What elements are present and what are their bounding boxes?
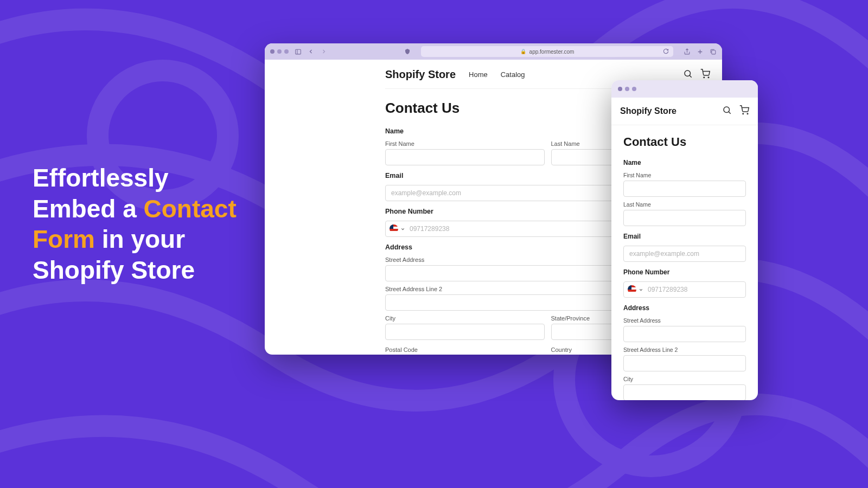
cart-icon[interactable] bbox=[700, 69, 710, 81]
svg-rect-2 bbox=[295, 49, 301, 54]
svg-point-8 bbox=[685, 70, 691, 76]
search-icon[interactable] bbox=[722, 105, 732, 117]
country-code-selector[interactable] bbox=[390, 224, 405, 233]
postal-label: Postal Code bbox=[385, 346, 545, 353]
m-city-input[interactable] bbox=[623, 384, 746, 400]
back-icon[interactable] bbox=[307, 48, 315, 55]
m-phone-label: Phone Number bbox=[623, 268, 746, 276]
lock-icon: 🔒 bbox=[520, 49, 526, 54]
mobile-page-title: Contact Us bbox=[623, 135, 746, 149]
m-first-name-input[interactable] bbox=[623, 181, 746, 197]
m-address-label: Address bbox=[623, 304, 746, 312]
svg-line-13 bbox=[729, 112, 731, 114]
hero-line2b: in your bbox=[95, 225, 185, 253]
svg-point-14 bbox=[743, 113, 744, 114]
new-tab-icon[interactable] bbox=[696, 48, 704, 55]
reload-icon[interactable] bbox=[663, 48, 669, 55]
svg-rect-7 bbox=[711, 50, 715, 54]
mobile-page-content: Contact Us Name First Name Last Name Ema… bbox=[611, 125, 758, 400]
sidebar-toggle-icon[interactable] bbox=[294, 48, 302, 55]
city-input[interactable] bbox=[385, 324, 545, 340]
svg-line-9 bbox=[690, 75, 692, 78]
chevron-down-icon bbox=[639, 287, 643, 292]
first-name-input[interactable] bbox=[385, 149, 545, 165]
search-icon[interactable] bbox=[683, 69, 693, 81]
m-last-name-input[interactable] bbox=[623, 210, 746, 226]
hero-headline: Effortlessly Embed a Contact Form in you… bbox=[33, 163, 250, 285]
us-flag-icon bbox=[628, 285, 636, 294]
mobile-store-header: Shopify Store bbox=[611, 98, 758, 125]
hero-line2a: Embed a bbox=[33, 195, 144, 223]
m-email-input[interactable] bbox=[623, 246, 746, 262]
m-country-code-selector[interactable] bbox=[628, 285, 643, 294]
svg-point-12 bbox=[724, 107, 730, 113]
nav-catalog[interactable]: Catalog bbox=[501, 70, 525, 79]
m-city-label: City bbox=[623, 376, 746, 382]
m-email-label: Email bbox=[623, 233, 746, 240]
svg-point-10 bbox=[704, 77, 705, 78]
cart-icon[interactable] bbox=[739, 105, 749, 117]
m-name-label: Name bbox=[623, 159, 746, 166]
m-first-name-label: First Name bbox=[623, 172, 746, 178]
chevron-down-icon bbox=[400, 227, 405, 232]
us-flag-icon bbox=[390, 224, 398, 233]
url-text: app.formester.com bbox=[529, 49, 575, 55]
nav-home[interactable]: Home bbox=[469, 70, 488, 79]
mobile-window-controls[interactable] bbox=[618, 87, 636, 91]
mobile-browser-window: Shopify Store Contact Us Name First Name… bbox=[611, 80, 758, 400]
city-label: City bbox=[385, 315, 545, 322]
shield-icon[interactable] bbox=[404, 48, 411, 55]
address-bar[interactable]: 🔒 app.formester.com bbox=[421, 46, 673, 57]
store-title: Shopify Store bbox=[385, 68, 456, 81]
m-street2-label: Street Address Line 2 bbox=[623, 346, 746, 353]
mobile-toolbar bbox=[611, 80, 758, 98]
m-street2-input[interactable] bbox=[623, 355, 746, 371]
browser-toolbar: 🔒 app.formester.com bbox=[265, 43, 722, 60]
m-last-name-label: Last Name bbox=[623, 201, 746, 208]
svg-point-15 bbox=[747, 113, 748, 114]
tabs-icon[interactable] bbox=[709, 48, 717, 55]
m-street-label: Street Address bbox=[623, 317, 746, 324]
hero-line3: Shopify Store bbox=[33, 256, 195, 284]
first-name-label: First Name bbox=[385, 140, 545, 147]
m-street-input[interactable] bbox=[623, 326, 746, 342]
window-controls[interactable] bbox=[270, 49, 289, 54]
svg-point-11 bbox=[708, 77, 709, 78]
forward-icon[interactable] bbox=[320, 48, 328, 55]
mobile-store-title: Shopify Store bbox=[620, 106, 676, 116]
share-icon[interactable] bbox=[683, 48, 691, 55]
hero-line1: Effortlessly bbox=[33, 164, 169, 192]
